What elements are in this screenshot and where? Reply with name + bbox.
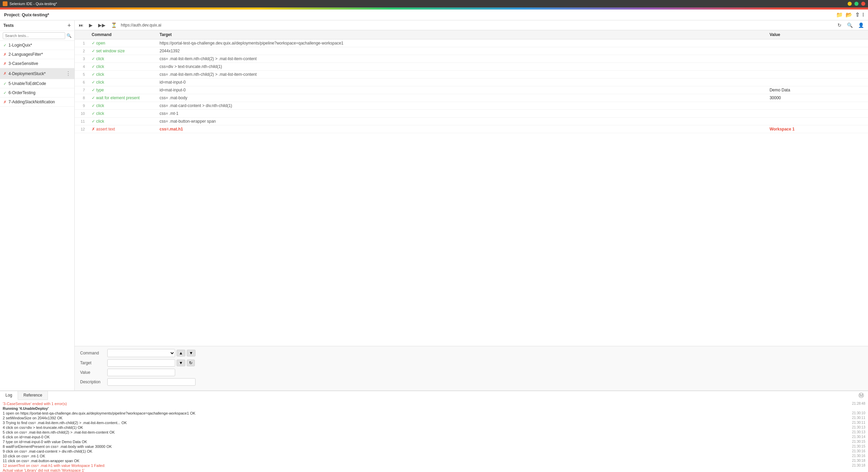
minimize-button[interactable] [848, 2, 852, 6]
log-tab[interactable]: Log [0, 391, 18, 400]
col-value: Value [766, 30, 868, 39]
project-header: Project: Quix-testing* 📁 📂 ⇧ ⁝ [0, 10, 868, 20]
test-list: ✓1-LoginQuix*✗2-LanguagesFilter*✗3-CaseS… [0, 41, 74, 390]
user-icon[interactable]: 👤 [857, 22, 865, 29]
test-name-label: 4-DeploymentStuck* [8, 71, 66, 76]
log-entry-text: 9 click on css= .mat-card-content > div.… [3, 449, 92, 453]
row-number: 9 [75, 102, 88, 110]
table-row[interactable]: 3✓ clickcss= .mat-list-item.nth-child(2)… [75, 55, 868, 63]
sidebar-item-test-4[interactable]: ✗4-DeploymentStuck*⋮ [0, 68, 74, 79]
target-input[interactable] [107, 359, 175, 367]
log-tabs-wrap: Log Reference Ⓜ [0, 391, 868, 400]
command-cell: ✓ type [88, 86, 156, 94]
table-row[interactable]: 12✗ assert textcss=.mat.h1Workspace 1 [75, 125, 868, 133]
command-input-wrap: ▲ ▼ [107, 349, 196, 357]
reference-tab[interactable]: Reference [18, 391, 48, 400]
log-entry-time: 21:28:48 [852, 402, 865, 406]
value-cell: Demo Data [766, 86, 868, 94]
target-cell: css=div > text-truncate.nth-child(1) [156, 63, 766, 71]
log-entry: 2 setWindowSize on 2044x1392 OK21:30:11 [3, 416, 865, 420]
test-name-label: 7-AddingSlackNotification [8, 100, 71, 104]
sidebar-item-test-5[interactable]: ✓5-UnableToEditCode [0, 79, 74, 88]
log-entry: 5 click on css= .mat-list-item.nth-child… [3, 430, 865, 435]
col-target: Target [156, 30, 766, 39]
log-entry-time: 21:30:13 [852, 425, 865, 430]
commands-area: Command Target Value 1✓ openhttps://port… [75, 30, 868, 346]
target-cell: css= .mat-list-item.nth-child(2) > .mat-… [156, 55, 766, 63]
table-row[interactable]: 1✓ openhttps://portal-test-qa-challenge.… [75, 39, 868, 47]
log-close-icon[interactable]: Ⓜ [858, 392, 868, 399]
value-input[interactable] [107, 369, 175, 376]
value-cell [766, 55, 868, 63]
test-name-label: 2-LanguagesFilter* [8, 52, 71, 57]
reset-icon[interactable]: ↻ [836, 22, 843, 29]
search-input[interactable] [3, 32, 65, 39]
maximize-button[interactable] [854, 2, 858, 6]
sidebar: Tests + 🔍 ✓1-LoginQuix*✗2-LanguagesFilte… [0, 20, 75, 390]
target-label: Target [80, 361, 107, 365]
more-options-icon[interactable]: ⁝ [862, 12, 864, 18]
table-row[interactable]: 9✓ clickcss= .mat-card-content > div.nth… [75, 102, 868, 110]
log-entry: '3-CaseSensitive' ended with 1 error(s)2… [3, 401, 865, 406]
window-controls[interactable] [848, 2, 865, 6]
log-entry-text: 3 Trying to find css= .mat-list-item.nth… [3, 421, 127, 425]
close-button[interactable] [861, 2, 865, 6]
content-area: ⏭ ▶ ▶▶ ⏳ https://auth.dev.quix.ai ↻ 🔍 👤 … [75, 20, 868, 390]
value-cell: Workspace 1 [766, 125, 868, 133]
description-label: Description [80, 380, 107, 384]
table-row[interactable]: 2✓ set window size2044x1392 [75, 47, 868, 55]
target-refresh-button[interactable]: ↻ [187, 360, 195, 366]
target-input-wrap: ▼ ↻ [107, 359, 195, 367]
project-header-actions: 📁 📂 ⇧ ⁝ [836, 12, 864, 18]
timer-button[interactable]: ⏳ [110, 22, 118, 29]
sidebar-item-test-3[interactable]: ✗3-CaseSensitive [0, 59, 74, 68]
command-cell: ✓ click [88, 63, 156, 71]
sidebar-item-test-6[interactable]: ✓6-OrderTesting [0, 88, 74, 98]
log-entry: 1 open on https://portal-test-qa-challen… [3, 411, 865, 416]
command-down-button[interactable]: ▼ [187, 350, 196, 356]
value-cell [766, 78, 868, 86]
title-bar: Selenium IDE - Quix-testing* [0, 0, 868, 7]
add-test-button[interactable]: + [67, 22, 71, 29]
sidebar-item-test-7[interactable]: ✗7-AddingSlackNotification [0, 98, 74, 107]
target-cell: id=mat-input-0 [156, 86, 766, 94]
log-entry-time: 21:30:10 [852, 411, 865, 415]
value-cell [766, 102, 868, 110]
log-content: '3-CaseSensitive' ended with 1 error(s)2… [0, 400, 868, 472]
sidebar-item-test-1[interactable]: ✓1-LoginQuix* [0, 41, 74, 50]
target-select-button[interactable]: ▼ [177, 360, 185, 366]
table-row[interactable]: 8✓ wait for element presentcss= .mat-bod… [75, 94, 868, 102]
table-row[interactable]: 6✓ clickid=mat-input-0 [75, 78, 868, 86]
step-over-button[interactable]: ⏭ [77, 22, 85, 29]
play-button[interactable]: ▶ [88, 22, 94, 29]
log-entry-time: 21:30:14 [852, 435, 865, 439]
table-row[interactable]: 7✓ typeid=mat-input-0Demo Data [75, 86, 868, 94]
new-folder-icon[interactable]: 📂 [846, 12, 852, 18]
log-entry-text: 8 waitForElementPresent on css= .mat-bod… [3, 444, 112, 449]
search-bar: 🔍 [0, 31, 74, 41]
table-row[interactable]: 5✓ clickcss= .mat-list-item.nth-child(2)… [75, 71, 868, 78]
share-icon[interactable]: ⇧ [855, 12, 860, 18]
url-bar: https://auth.dev.quix.ai [118, 23, 836, 28]
command-up-button[interactable]: ▲ [177, 350, 185, 356]
table-row[interactable]: 4✓ clickcss=div > text-truncate.nth-chil… [75, 63, 868, 71]
command-cell: ✓ open [88, 39, 156, 47]
description-input[interactable] [107, 378, 196, 386]
table-row[interactable]: 10✓ clickcss= .mt-1 [75, 110, 868, 118]
test-more-button[interactable]: ⋮ [66, 70, 71, 77]
log-entry: 8 waitForElementPresent on css= .mat-bod… [3, 444, 865, 449]
command-cell: ✓ wait for element present [88, 94, 156, 102]
command-select[interactable] [107, 349, 175, 357]
row-number: 4 [75, 63, 88, 71]
log-entry-text: 4 click on css=div > text-truncate.nth-c… [3, 425, 83, 430]
search-toolbar-icon[interactable]: 🔍 [846, 22, 854, 29]
open-folder-icon[interactable]: 📁 [836, 12, 843, 18]
sidebar-item-test-2[interactable]: ✗2-LanguagesFilter* [0, 50, 74, 59]
record-button[interactable]: ▶▶ [97, 22, 107, 29]
table-row[interactable]: 11✓ clickcss= .mat-button-wrapper span [75, 118, 868, 125]
value-cell [766, 63, 868, 71]
row-number: 11 [75, 118, 88, 125]
log-entry-text: 5 click on css= .mat-list-item.nth-child… [3, 430, 115, 434]
test-name-label: 6-OrderTesting [8, 90, 71, 95]
log-entry: 9 click on css= .mat-card-content > div.… [3, 449, 865, 454]
